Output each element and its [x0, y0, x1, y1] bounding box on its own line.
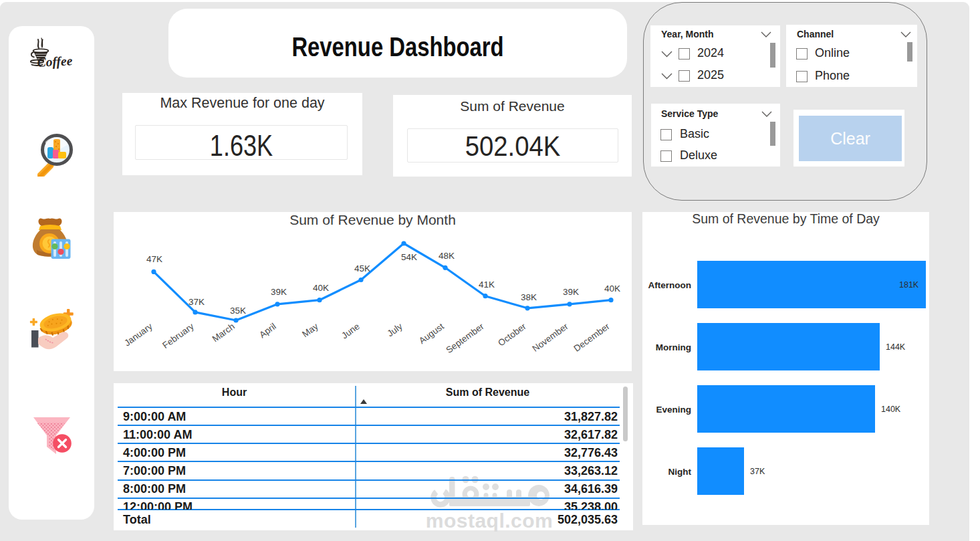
svg-text:November: November	[531, 321, 571, 354]
svg-text:January: January	[122, 321, 154, 348]
svg-text:mostaql.com: mostaql.com	[426, 510, 554, 532]
svg-text:December: December	[572, 321, 612, 354]
svg-text:September: September	[445, 321, 487, 355]
svg-text:March: March	[211, 321, 237, 344]
svg-text:48K: 48K	[439, 251, 455, 261]
svg-text:February: February	[160, 321, 196, 350]
svg-text:54K: 54K	[401, 252, 417, 262]
svg-text:40K: 40K	[313, 283, 329, 293]
svg-text:40K: 40K	[604, 284, 620, 294]
svg-text:47K: 47K	[146, 254, 162, 264]
svg-text:October: October	[496, 321, 528, 348]
svg-text:39K: 39K	[271, 287, 287, 297]
svg-text:45K: 45K	[354, 263, 370, 274]
svg-text:August: August	[417, 321, 446, 346]
svg-text:35K: 35K	[230, 306, 246, 316]
svg-text:June: June	[340, 321, 362, 340]
svg-text:37K: 37K	[189, 297, 205, 307]
svg-text:Coffee: Coffee	[37, 53, 73, 70]
svg-text:41K: 41K	[479, 280, 495, 290]
svg-text:July: July	[386, 321, 404, 338]
svg-text:38K: 38K	[521, 292, 537, 302]
svg-text:May: May	[300, 321, 320, 339]
svg-text:April: April	[257, 321, 278, 340]
svg-text:39K: 39K	[563, 287, 579, 297]
